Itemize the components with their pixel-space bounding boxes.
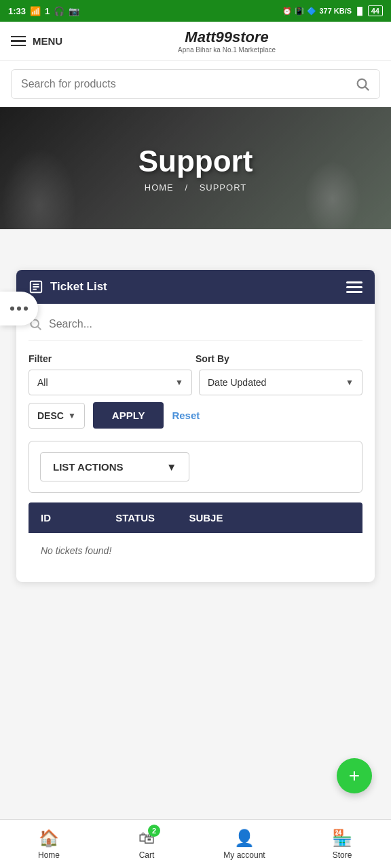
svg-point-0: [358, 79, 367, 88]
apply-button[interactable]: APPLY: [93, 402, 164, 429]
svg-line-1: [365, 87, 369, 90]
nav-store[interactable]: 🏪 Store: [293, 820, 391, 868]
ticket-panel-title: Ticket List: [29, 279, 107, 294]
speed-indicator: 377 KB/S: [319, 7, 352, 15]
list-actions-chevron-icon: ▼: [166, 461, 176, 473]
table-col-status: STATUS: [81, 512, 189, 524]
headphone-icon: 🎧: [54, 6, 64, 16]
hero-breadcrumb: HOME / SUPPORT: [138, 182, 253, 193]
nav-account[interactable]: 👤 My account: [196, 820, 293, 868]
signal-bars: ▐▌: [354, 7, 365, 15]
filter-controls: All ▼ Date Updated ▼: [29, 370, 362, 395]
order-row: DESC ▼ APPLY Reset: [29, 402, 362, 429]
filter-label: Filter: [29, 353, 196, 364]
fab-icon: +: [349, 766, 360, 785]
battery-indicator: 44: [368, 5, 383, 16]
cart-badge-container: 🛍 2: [138, 829, 155, 848]
table-col-id: ID: [41, 512, 81, 524]
account-icon: 👤: [234, 829, 255, 848]
cart-badge: 2: [148, 825, 160, 837]
nav-cart[interactable]: 🛍 2 Cart: [98, 820, 196, 868]
nav-cart-label: Cart: [139, 850, 155, 860]
ticket-search-input[interactable]: [49, 318, 362, 330]
ticket-list-icon: [29, 279, 43, 294]
instagram-icon: 📷: [69, 6, 79, 16]
list-actions-container: LIST ACTIONS ▼: [29, 441, 362, 493]
search-input[interactable]: [21, 78, 355, 90]
breadcrumb-separator: /: [185, 182, 188, 193]
fab-button[interactable]: +: [337, 758, 372, 793]
nav-home-label: Home: [38, 850, 60, 860]
sort-select[interactable]: Date Updated ▼: [199, 370, 362, 395]
sort-chevron-icon: ▼: [346, 378, 354, 387]
search-bar[interactable]: [11, 69, 380, 99]
breadcrumb-current: SUPPORT: [200, 182, 247, 193]
table-header: ID STATUS SUBJE: [29, 502, 362, 533]
status-bar: 1:33 📶 1 🎧 📷 ⏰ 📳 🔷 377 KB/S ▐▌ 44: [0, 0, 391, 22]
order-value: DESC: [37, 410, 64, 421]
bluetooth-icon: 🔷: [307, 7, 316, 16]
time: 1:33: [8, 6, 26, 16]
nav-account-label: My account: [223, 850, 265, 860]
status-right: ⏰ 📳 🔷 377 KB/S ▐▌ 44: [282, 5, 383, 16]
filter-chevron-icon: ▼: [175, 378, 183, 387]
alarm-icon: ⏰: [282, 7, 292, 16]
order-chevron-icon: ▼: [68, 411, 76, 420]
ticket-panel: Ticket List Filter Sort By All ▼ Date: [16, 270, 375, 582]
breadcrumb-home[interactable]: HOME: [145, 182, 174, 193]
panel-search[interactable]: [29, 317, 362, 341]
dots-icon: [10, 307, 28, 311]
vibrate-icon: 📳: [295, 7, 304, 16]
filter-sort-labels: Filter Sort By: [29, 353, 362, 364]
ticket-panel-header: Ticket List: [16, 270, 375, 304]
sort-value: Date Updated: [208, 377, 266, 388]
reset-button[interactable]: Reset: [172, 410, 200, 421]
nav-store-label: Store: [333, 850, 352, 860]
menu-label[interactable]: MENU: [33, 35, 62, 47]
sort-by-label: Sort By: [196, 353, 362, 364]
ticket-menu-button[interactable]: [346, 281, 362, 293]
hero-content: Support HOME / SUPPORT: [138, 144, 253, 193]
filter-value: All: [37, 377, 48, 388]
table-col-subject: SUBJE: [189, 512, 350, 524]
ticket-list-label: Ticket List: [50, 280, 107, 294]
list-actions-button[interactable]: LIST ACTIONS ▼: [40, 452, 189, 481]
list-actions-label: LIST ACTIONS: [53, 461, 124, 473]
search-icon: [355, 77, 370, 92]
no-tickets-message: No tickets found!: [29, 533, 362, 568]
search-bar-container: [0, 61, 391, 107]
home-icon: 🏠: [39, 829, 59, 848]
sim-icon: 1: [45, 6, 50, 16]
wifi-icon: 📶: [30, 6, 41, 16]
bottom-nav: 🏠 Home 🛍 2 Cart 👤 My account 🏪 Store: [0, 819, 391, 868]
status-left: 1:33 📶 1 🎧 📷: [8, 6, 79, 16]
hero-banner: Support HOME / SUPPORT: [0, 107, 391, 229]
svg-line-7: [38, 327, 41, 330]
nav-home[interactable]: 🏠 Home: [0, 820, 98, 868]
ticket-panel-body: Filter Sort By All ▼ Date Updated ▼ DESC…: [16, 304, 375, 582]
store-icon: 🏪: [332, 829, 352, 848]
logo-tagline: Apna Bihar ka No.1 Marketplace: [73, 46, 380, 54]
menu-button[interactable]: [11, 36, 26, 47]
order-select[interactable]: DESC ▼: [29, 403, 85, 429]
hero-title: Support: [138, 144, 253, 178]
logo-area: Matt99store Apna Bihar ka No.1 Marketpla…: [73, 28, 380, 54]
floating-dots-button[interactable]: [0, 292, 38, 326]
header: MENU Matt99store Apna Bihar ka No.1 Mark…: [0, 22, 391, 61]
logo-name: Matt99store: [73, 28, 380, 46]
filter-select[interactable]: All ▼: [29, 370, 192, 395]
